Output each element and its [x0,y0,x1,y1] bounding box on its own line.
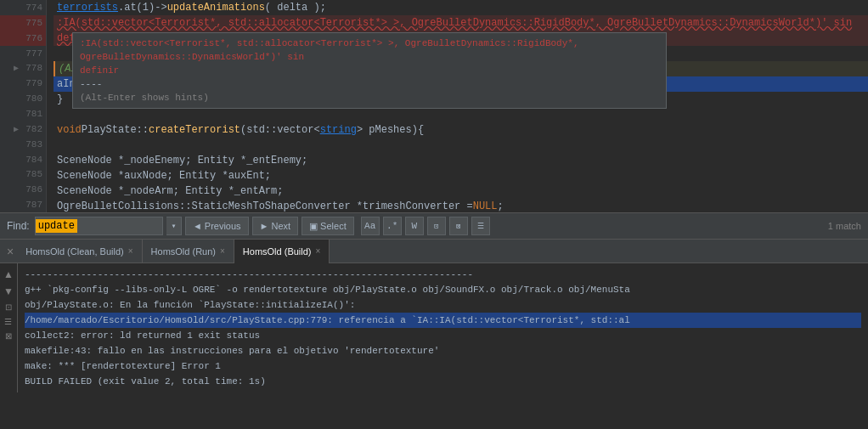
line-number: 775 [21,18,42,28]
output-line-ol-7: make: *** [rendertotexture] Error 1 [25,358,861,374]
whole-word-button[interactable]: W [405,217,424,235]
code-content[interactable]: :IA(std::vector<Terrorist*, std::allocat… [47,0,868,212]
line-number: 779 [21,78,42,88]
output-line-ol-2: g++ `pkg-config --libs-only-L OGRE` -o r… [25,282,861,297]
line-number: 776 [21,33,42,43]
gutter-row-777: 777 [0,46,46,61]
gutter-row-786: 786 [0,182,46,197]
output-line-ol-6: makefile:43: fallo en las instrucciones … [25,343,861,358]
line-number: 787 [21,200,42,210]
regex-button[interactable]: .* [383,217,402,235]
code-line-787: OgreBulletCollisions::StaticMeshToShapeC… [54,199,868,212]
line-number: 782 [21,124,42,134]
match-count: 1 match [828,221,861,231]
code-line-783 [54,138,868,153]
gutter-row-775: 775 [0,15,46,31]
next-label: Next [271,221,290,231]
code-line-782: void PlayState::createTerrorist(std::vec… [54,122,868,138]
gutter-row-784: 784 [0,152,46,167]
line-number: 780 [21,93,42,104]
gutter-row-774: 774 [0,0,46,15]
output-line-ol-9: BUILD FAILED (exit value 2, total time: … [25,374,861,389]
line-number: 777 [21,48,42,59]
code-line-781 [54,107,868,122]
line-number: 774 [21,3,42,13]
tab-clean-build-label: HomsOld (Clean, Build) [25,246,124,257]
find-input-wrapper: update [35,217,163,235]
code-line-786: SceneNode *_nodeArm; Entity *_entArm; [54,183,868,199]
previous-icon: ◄ [193,221,202,231]
tab-build-label: HomsOld (Build) [243,246,312,257]
output-line-ol-1: ----------------------------------------… [25,267,861,282]
gutter-row-776: 776 [0,31,46,46]
editor-area: 774775776777▶778779780781▶78278378478578… [0,0,868,212]
error-message-line1: :IA(std::vector<Terrorist*, std::allocat… [80,38,579,62]
select-label: Select [320,221,347,231]
gutter-row-781: 781 [0,106,46,121]
next-icon: ► [260,221,269,231]
output-nav-down[interactable]: ▼ [2,284,15,299]
line-number: 785 [21,169,42,179]
output-nav-up[interactable]: ▲ [2,267,15,282]
find-dropdown[interactable]: ▾ [166,217,182,235]
find-label: Find: [7,220,30,232]
tab-clean-build-close[interactable]: × [128,246,133,256]
output-content[interactable]: ----------------------------------------… [18,263,868,392]
tab-build-close[interactable]: × [316,246,321,256]
line-number: 778 [21,63,42,73]
code-line-774: terrorists.at(1)->updateAnimations( delt… [54,0,868,15]
output-close-button[interactable]: × [3,243,17,260]
previous-label: Previous [205,221,241,231]
case-sensitive-button[interactable]: Aa [361,217,380,235]
error-tooltip: :IA(std::vector<Terrorist*, std::allocat… [72,32,667,109]
line-number: 783 [21,139,42,150]
find-options: Aa .* W ⊡ ⊠ ☰ [361,217,490,235]
error-separator: ---- [80,79,102,89]
output-nav-wrap[interactable]: ⊡ [2,301,15,313]
output-line-ol-5: collect2: error: ld returned 1 exit stat… [25,328,861,343]
gutter-row-780: 780 [0,91,46,106]
fold-icon[interactable]: ▶ [14,124,19,134]
gutter-row-778: ▶778 [0,60,46,76]
output-nav-clear[interactable]: ⊠ [2,330,15,342]
find-input[interactable] [77,220,162,232]
output-nav-filter[interactable]: ☰ [2,315,15,328]
line-gutter: 774775776777▶778779780781▶78278378478578… [0,0,47,212]
line-number: 786 [21,184,42,195]
code-container: 774775776777▶778779780781▶78278378478578… [0,0,868,212]
select-button[interactable]: ▣ Select [302,217,354,235]
find-option-6[interactable]: ☰ [471,217,490,235]
output-tabs: × HomsOld (Clean, Build) × HomsOld (Run)… [0,240,868,263]
tab-run-close[interactable]: × [220,246,225,256]
tab-clean-build[interactable]: HomsOld (Clean, Build) × [17,240,142,263]
find-option-5[interactable]: ⊠ [449,217,468,235]
output-line-ol-3: obj/PlayState.o: En la función `PlayStat… [25,297,861,313]
gutter-row-783: 783 [0,137,46,152]
line-number: 781 [21,109,42,119]
tab-build[interactable]: HomsOld (Build) × [234,240,330,263]
gutter-row-787: 787 [0,197,46,212]
tab-run[interactable]: HomsOld (Run) × [143,240,234,263]
find-term-highlight: update [36,219,77,233]
code-line-784: SceneNode *_nodeEnemy; Entity *_entEnemy… [54,153,868,168]
select-icon: ▣ [309,221,318,232]
code-line-785: SceneNode *auxNode; Entity *auxEnt; [54,168,868,183]
line-number: 784 [21,155,42,165]
error-message-line2: definir [80,65,119,76]
output-line-ol-4: /home/marcado/Escritorio/HomsOld/src/Pla… [25,313,861,328]
gutter-row-785: 785 [0,167,46,182]
previous-button[interactable]: ◄ Previous [185,217,249,235]
gutter-row-782: ▶782 [0,121,46,137]
tab-run-label: HomsOld (Run) [151,246,216,257]
code-line-775: :IA(std::vector<Terrorist*, std::allocat… [54,15,868,31]
output-panel: × HomsOld (Clean, Build) × HomsOld (Run)… [0,240,868,421]
find-bar: Find: update ▾ ◄ Previous ► Next ▣ Selec… [0,212,868,240]
output-nav-buttons: ▲ ▼ ⊡ ☰ ⊠ [0,263,18,392]
gutter-row-779: 779 [0,76,46,91]
next-button[interactable]: ► Next [252,217,299,235]
output-wrapper: ▲ ▼ ⊡ ☰ ⊠ ------------------------------… [0,263,868,392]
fold-icon[interactable]: ▶ [14,63,19,73]
error-hint: (Alt-Enter shows hints) [80,93,209,103]
output-actions: × [3,243,17,260]
find-option-4[interactable]: ⊡ [427,217,446,235]
